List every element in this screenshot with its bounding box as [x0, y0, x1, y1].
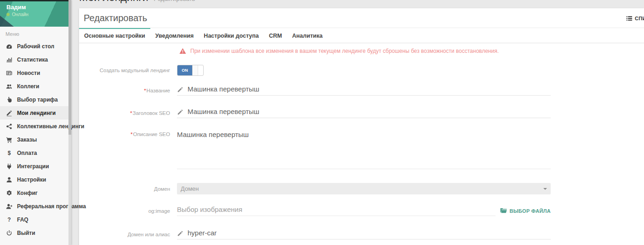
dollar-icon: $	[6, 149, 13, 157]
sidebar-item-news[interactable]: Новости	[0, 66, 71, 80]
sidebar-item-dashboard[interactable]: Рабочий стол	[0, 40, 71, 53]
tab-crm[interactable]: CRM	[264, 28, 287, 43]
tab-analytics[interactable]: Аналитика	[287, 28, 328, 43]
sidebar-item-integrations[interactable]: Интеграции	[0, 160, 71, 173]
list-view-button[interactable]: СПИСОК	[626, 8, 644, 28]
name-field-row: Название	[79, 85, 644, 96]
sidebar-item-label: Рабочий стол	[17, 43, 54, 50]
pencil-icon	[177, 230, 183, 237]
sidebar-item-label: Статистика	[17, 57, 48, 63]
seo-title-label: Заголовок SEO	[79, 110, 170, 116]
name-field-label: Название	[79, 88, 170, 93]
sidebar-item-orders[interactable]: Заказы	[0, 133, 71, 146]
sidebar-item-label: Настройки	[17, 177, 46, 183]
seo-title-input[interactable]	[188, 108, 551, 115]
seo-description-row: Описание SEO Машинка перевертыш	[79, 131, 644, 171]
page-header: Мои лендингиРедактировать	[79, 0, 195, 5]
sidebar-item-label: Мои лендинги	[17, 110, 56, 116]
card-title: Редактировать	[84, 8, 147, 28]
folder-icon	[500, 208, 507, 214]
sidebar-user-panel: Вадим Онлайн	[0, 0, 71, 27]
tab-access-settings[interactable]: Настройки доступа	[199, 28, 264, 43]
seo-description-textarea[interactable]: Машинка перевертыш	[177, 131, 551, 169]
og-image-row: og:image ВЫБОР ФАЙЛА	[79, 205, 644, 216]
user-status: Онлайн	[6, 12, 28, 17]
module-landing-toggle[interactable]: ON	[177, 65, 204, 76]
tab-bar: Основные настройки Уведомления Настройки…	[79, 28, 644, 43]
sidebar-item-label: FAQ	[17, 217, 28, 223]
sidebar-item-label: Интеграции	[17, 163, 49, 170]
newspaper-icon	[6, 69, 13, 77]
tab-main-settings[interactable]: Основные настройки	[79, 28, 150, 43]
sidebar-scrollbar[interactable]	[68, 0, 71, 245]
alias-input[interactable]	[188, 229, 551, 237]
list-button-label: СПИСОК	[635, 16, 644, 21]
card-header: Редактировать СПИСОК	[79, 8, 644, 28]
question-icon: ?	[6, 216, 13, 223]
sidebar-item-label: Реферальная программа	[17, 203, 86, 210]
tab-content: При изменении шаблона все изменения в ва…	[79, 43, 644, 239]
user-plus-icon	[6, 203, 13, 210]
menu-section-label: Меню	[6, 31, 71, 37]
sidebar-item-config[interactable]: Конфиг	[0, 186, 71, 199]
users-icon	[6, 83, 13, 90]
edit-card: Редактировать СПИСОК Основные настройки …	[79, 8, 644, 245]
warning-text: При изменении шаблона все изменения в ва…	[190, 48, 499, 54]
gauge-icon	[6, 43, 13, 50]
sidebar: Вадим Онлайн Меню Рабочий стол Статистик…	[0, 0, 71, 245]
sidebar-item-label: Конфиг	[17, 190, 38, 196]
pencil-icon	[6, 109, 13, 117]
module-toggle-label: Создать модульный лендинг	[79, 68, 170, 73]
list-icon	[626, 15, 633, 22]
sidebar-item-tariff[interactable]: Выбор тарифа	[0, 93, 71, 106]
user-name: Вадим	[6, 4, 26, 11]
choose-file-button[interactable]: ВЫБОР ФАЙЛА	[500, 208, 551, 214]
plug-icon	[6, 163, 13, 170]
sidebar-item-label: Выйти	[17, 230, 35, 236]
sidebar-item-label: Новости	[17, 70, 40, 76]
sidebar-item-statistics[interactable]: Статистика	[0, 53, 71, 66]
sidebar-item-label: Оплата	[17, 150, 37, 156]
sidebar-item-label: Выбор тарифа	[17, 97, 58, 103]
sidebar-item-colleagues[interactable]: Коллеги	[0, 80, 71, 93]
template-warning: При изменении шаблона все изменения в ва…	[179, 47, 644, 55]
domain-select[interactable]: Домен	[177, 183, 551, 194]
og-image-label: og:image	[79, 208, 170, 214]
alias-label: Домен или алиас	[79, 232, 170, 237]
user-icon	[6, 176, 13, 183]
sidebar-item-label: Заказы	[17, 137, 37, 143]
user-status-label: Онлайн	[12, 12, 28, 17]
cogs-icon	[6, 189, 13, 197]
pencil-icon	[177, 86, 183, 93]
hand-pointer-icon	[6, 96, 13, 103]
tab-notifications[interactable]: Уведомления	[150, 28, 199, 43]
domain-label: Домен	[79, 186, 170, 192]
toggle-on-label: ON	[177, 65, 192, 75]
sidebar-item-logout[interactable]: Выйти	[0, 226, 71, 239]
sidebar-item-payment[interactable]: $ Оплата	[0, 146, 71, 160]
sidebar-item-faq[interactable]: ? FAQ	[0, 213, 71, 226]
sidebar-item-my-landings[interactable]: Мои лендинги	[0, 106, 71, 120]
toggle-knob	[192, 65, 198, 75]
choose-file-label: ВЫБОР ФАЙЛА	[510, 208, 551, 214]
breadcrumb: Редактировать	[154, 0, 195, 2]
sidebar-item-label: Коллеги	[17, 83, 40, 90]
online-status-icon	[6, 13, 10, 16]
name-input[interactable]	[188, 85, 551, 93]
share-icon	[6, 123, 13, 130]
cart-icon	[6, 136, 13, 143]
sidebar-item-referral[interactable]: Реферальная программа	[0, 199, 71, 213]
page-title: Мои лендинги	[79, 0, 148, 3]
sidebar-item-settings[interactable]: Настройки	[0, 173, 71, 186]
seo-description-label: Описание SEO	[79, 131, 170, 137]
pencil-icon	[177, 109, 183, 115]
power-icon	[6, 229, 13, 237]
seo-title-row: Заголовок SEO	[79, 108, 644, 118]
og-image-input[interactable]	[177, 205, 496, 213]
bar-chart-icon	[6, 56, 13, 63]
sidebar-item-label: Коллективные лендинги	[17, 123, 84, 130]
sidebar-item-collective-landings[interactable]: Коллективные лендинги	[0, 120, 71, 133]
domain-select-value: Домен	[181, 185, 199, 192]
main-area: Мои лендингиРедактировать Редактировать …	[71, 0, 644, 245]
warning-icon	[179, 48, 186, 54]
